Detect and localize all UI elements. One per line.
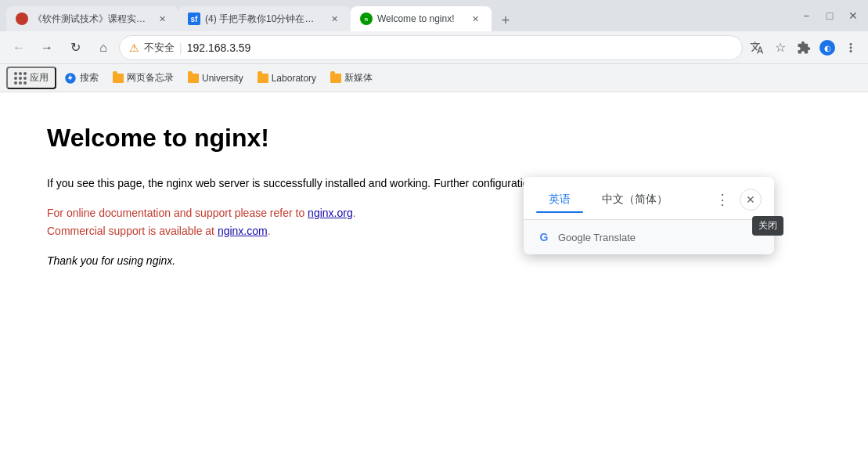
- bookmark-notes-label: 网页备忘录: [127, 71, 174, 85]
- bookmark-xinmei[interactable]: 新媒体: [324, 68, 379, 88]
- tab-title-3: Welcome to nginx!: [377, 13, 463, 24]
- translate-more-button[interactable]: ⋮: [711, 189, 733, 211]
- bookmark-notes[interactable]: 网页备忘录: [106, 68, 180, 88]
- tab-strip: 《软件测试技术》课程实践… ✕ sf (4) 手把手教你10分钟在树莓… ✕ n…: [6, 0, 791, 31]
- bookmark-search[interactable]: 搜索: [58, 68, 105, 88]
- paragraph-2-suffix: .: [268, 225, 271, 237]
- bookmark-laboratory-label: Laboratory: [272, 73, 316, 84]
- toolbar-right: ☆ ◐: [746, 37, 862, 59]
- home-button[interactable]: ⌂: [91, 35, 116, 60]
- translate-lang-english-label: 英语: [549, 193, 571, 207]
- bookmark-university-label: University: [202, 73, 243, 84]
- close-tooltip: 关闭: [752, 216, 783, 236]
- profile-circle[interactable]: ◐: [816, 37, 838, 59]
- new-tab-button[interactable]: +: [495, 9, 517, 31]
- maximize-button[interactable]: □: [821, 7, 838, 24]
- forward-button[interactable]: →: [34, 35, 59, 60]
- search-label: 搜索: [80, 71, 99, 85]
- tab-2[interactable]: sf (4) 手把手教你10分钟在树莓… ✕: [178, 6, 351, 31]
- reload-button[interactable]: ↻: [63, 35, 88, 60]
- bookmark-folder-icon-university: [188, 74, 199, 83]
- svg-text:n: n: [365, 16, 368, 22]
- tab-1[interactable]: 《软件测试技术》课程实践… ✕: [6, 6, 178, 31]
- tab-close-1[interactable]: ✕: [155, 12, 169, 26]
- translate-more-icon: ⋮: [715, 191, 729, 208]
- google-g-icon: G: [536, 229, 552, 245]
- tab-3[interactable]: n Welcome to nginx! ✕: [351, 6, 492, 31]
- svg-text:◐: ◐: [824, 44, 831, 52]
- paragraph-2-prefix: For online documentation and support ple…: [47, 207, 308, 219]
- back-button[interactable]: ←: [6, 35, 31, 60]
- browser-window: 《软件测试技术》课程实践… ✕ sf (4) 手把手教你10分钟在树莓… ✕ n…: [0, 0, 868, 92]
- translate-lang-chinese-label: 中文（简体）: [602, 193, 668, 207]
- toolbar: ← → ↻ ⌂ ⚠ 不安全 | 192.168.3.59 ☆: [0, 31, 868, 64]
- nginx-org-link[interactable]: nginx.org: [308, 207, 353, 219]
- tab-title-2: (4) 手把手教你10分钟在树莓…: [205, 13, 322, 26]
- paragraph-2-commercial-prefix: Commercial support is available at: [47, 225, 218, 237]
- minimize-button[interactable]: −: [798, 7, 815, 24]
- menu-button[interactable]: [840, 37, 862, 59]
- translate-button[interactable]: [746, 37, 768, 59]
- google-translate-label: Google Translate: [558, 232, 636, 243]
- tab-close-3[interactable]: ✕: [468, 12, 482, 26]
- bookmark-xinmei-label: 新媒体: [344, 71, 373, 85]
- page-title: Welcome to nginx!: [47, 124, 821, 153]
- tab-favicon-1: [16, 13, 28, 25]
- paragraph-2-mid: .: [353, 207, 356, 219]
- nginx-com-link[interactable]: nginx.com: [218, 225, 268, 237]
- translate-lang-english[interactable]: 英语: [536, 186, 583, 213]
- extensions-button[interactable]: [793, 37, 815, 59]
- bookmark-folder-icon-notes: [113, 74, 124, 83]
- apps-grid-icon: [14, 72, 27, 85]
- address-divider: |: [179, 41, 182, 54]
- translate-header: 英语 中文（简体） ⋮ ✕: [524, 177, 774, 213]
- title-bar: 《软件测试技术》课程实践… ✕ sf (4) 手把手教你10分钟在树莓… ✕ n…: [0, 0, 868, 31]
- bookmark-folder-icon-laboratory: [258, 74, 268, 83]
- page-area: Welcome to nginx! If you see this page, …: [0, 92, 868, 314]
- thank-you-text: Thank you for using nginx.: [47, 254, 175, 267]
- translate-footer: G Google Translate: [524, 220, 774, 254]
- bookmark-button[interactable]: ☆: [769, 37, 791, 59]
- translate-popup: 英语 中文（简体） ⋮ ✕ G Google Translate: [524, 177, 774, 254]
- bookmark-university[interactable]: University: [182, 70, 250, 87]
- apps-label: 应用: [30, 71, 49, 85]
- tab-favicon-2: sf: [188, 13, 200, 25]
- tab-close-2[interactable]: ✕: [327, 12, 341, 26]
- tab-title-1: 《软件测试技术》课程实践…: [33, 13, 150, 26]
- insecure-icon: ⚠: [129, 41, 139, 54]
- address-bar[interactable]: ⚠ 不安全 | 192.168.3.59: [119, 35, 743, 60]
- tab-favicon-3: n: [360, 13, 373, 25]
- bookmark-laboratory[interactable]: Laboratory: [251, 70, 322, 87]
- bookmarks-bar: 应用 搜索 网页备忘录 University Laboratory 新媒体: [0, 64, 868, 92]
- translate-lang-chinese[interactable]: 中文（简体）: [589, 186, 680, 213]
- paragraph-3: Thank you for using nginx.: [47, 252, 634, 269]
- address-text: 192.168.3.59: [187, 41, 733, 54]
- insecure-label: 不安全: [144, 41, 175, 55]
- window-controls: − □ ✕: [798, 7, 862, 24]
- close-button[interactable]: ✕: [845, 7, 862, 24]
- translate-close-icon: ✕: [746, 193, 755, 206]
- translate-close-button[interactable]: ✕: [740, 189, 762, 211]
- bookmark-folder-icon-xinmei: [330, 74, 341, 83]
- bookmark-apps[interactable]: 应用: [6, 67, 56, 89]
